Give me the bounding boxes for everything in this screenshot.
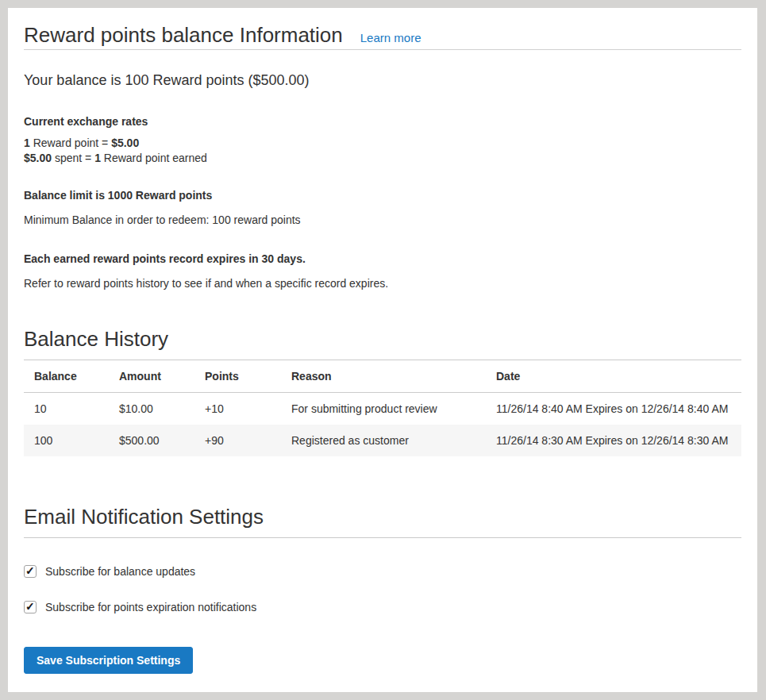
cell-reason: For submitting product review — [281, 393, 486, 425]
column-header-points: Points — [194, 360, 281, 393]
subscribe-balance-updates-checkbox[interactable] — [24, 565, 37, 578]
subscribe-expiration-notifications-checkbox[interactable] — [24, 601, 37, 613]
page-title-block: Reward points balance Information Learn … — [24, 21, 741, 50]
subscribe-expiration-notifications-label[interactable]: Subscribe for points expiration notifica… — [45, 601, 256, 613]
column-header-reason: Reason — [281, 360, 486, 393]
cell-points: +90 — [194, 425, 281, 456]
learn-more-link[interactable]: Learn more — [360, 31, 421, 44]
reward-points-panel: Reward points balance Information Learn … — [8, 8, 757, 692]
page-background: { "page": { "title": "Reward points bala… — [0, 0, 766, 700]
minimum-balance-text: Minimum Balance in order to redeem: 100 … — [24, 213, 741, 228]
cell-reason: Registered as customer — [281, 425, 486, 456]
subscribe-balance-updates-label[interactable]: Subscribe for balance updates — [45, 565, 195, 578]
rate-currency-value: $5.00 — [111, 137, 139, 149]
column-header-date: Date — [486, 360, 741, 393]
column-header-amount: Amount — [109, 360, 194, 393]
expiry-rule-text: Each earned reward points record expires… — [24, 252, 741, 266]
rate-currency-value: $5.00 — [24, 152, 52, 164]
cell-amount: $10.00 — [109, 393, 194, 425]
subscribe-expiration-notifications-row[interactable]: Subscribe for points expiration notifica… — [24, 601, 256, 613]
balance-limit-text: Balance limit is 1000 Reward points — [24, 188, 741, 202]
cell-date: 11/26/14 8:30 AM Expires on 12/26/14 8:3… — [486, 425, 741, 456]
exchange-rate-line-2: $5.00 spent = 1 Reward point earned — [24, 151, 741, 166]
cell-date: 11/26/14 8:40 AM Expires on 12/26/14 8:4… — [486, 393, 741, 425]
email-notification-heading: Email Notification Settings — [24, 502, 741, 538]
balance-history-table: Balance Amount Points Reason Date 10 $10… — [24, 360, 741, 456]
cell-amount: $500.00 — [109, 425, 194, 456]
rate-points-value: 1 — [94, 152, 101, 164]
balance-summary: Your balance is 100 Reward points ($500.… — [24, 72, 741, 89]
column-header-balance: Balance — [24, 360, 109, 393]
page-title: Reward points balance Information — [24, 21, 343, 49]
table-row: 100 $500.00 +90 Registered as customer 1… — [24, 425, 741, 456]
cell-balance: 100 — [24, 425, 109, 456]
balance-history-heading: Balance History — [24, 325, 741, 360]
rate-points-value: 1 — [24, 137, 30, 149]
expiry-note-text: Refer to reward points history to see if… — [24, 276, 741, 291]
table-header-row: Balance Amount Points Reason Date — [24, 360, 741, 393]
cell-balance: 10 — [24, 393, 109, 425]
table-row: 10 $10.00 +10 For submitting product rev… — [24, 393, 741, 425]
exchange-rates-heading: Current exchange rates — [24, 114, 741, 129]
cell-points: +10 — [194, 393, 281, 425]
subscribe-balance-updates-row[interactable]: Subscribe for balance updates — [24, 565, 195, 578]
rate-text: Reward point earned — [101, 152, 207, 164]
save-subscription-settings-button[interactable]: Save Subscription Settings — [24, 647, 193, 674]
rate-text: spent = — [52, 152, 94, 164]
exchange-rate-line-1: 1 Reward point = $5.00 — [24, 136, 741, 151]
rate-text: Reward point = — [30, 137, 111, 149]
